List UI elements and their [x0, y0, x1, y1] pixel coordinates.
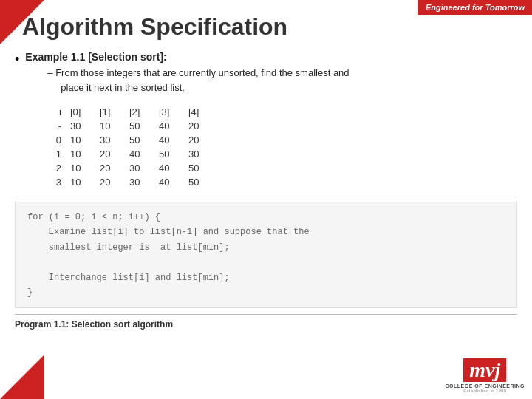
cell: 20 [188, 119, 218, 133]
data-table: i [0] [1] [2] [3] [4] - 30 10 50 40 20 0… [55, 105, 517, 189]
col-header-0: [0] [70, 105, 100, 119]
cell: 50 [188, 161, 218, 175]
cell: 10 [70, 175, 100, 189]
table-row: 0 10 30 50 40 20 [55, 133, 218, 147]
page-title: Algorithm Specification [15, 13, 517, 41]
cell: 10 [100, 119, 129, 133]
logo-tagline: Established in 1999 [463, 389, 506, 393]
bullet-point: • [15, 52, 19, 67]
cell: 40 [159, 175, 188, 189]
cell: 40 [159, 119, 188, 133]
cell: 20 [100, 175, 129, 189]
row-label: 0 [55, 133, 70, 147]
table-header-row: i [0] [1] [2] [3] [4] [55, 105, 218, 119]
logo-college: COLLEGE OF ENGINEERING [446, 383, 525, 389]
logo-area: mvj COLLEGE OF ENGINEERING Established i… [446, 358, 525, 393]
example-label: Example 1.1 [Selection sort]: [25, 51, 349, 63]
cell: 10 [70, 147, 100, 161]
cell: 20 [100, 147, 129, 161]
code-block: for (i = 0; i < n; i++) { Examine list[i… [15, 202, 517, 308]
example-description: – From those integers that are currently… [40, 66, 349, 95]
cell: 30 [70, 119, 100, 133]
cell: 30 [129, 175, 159, 189]
table-row: 2 10 20 30 40 50 [55, 161, 218, 175]
row-label: - [55, 119, 70, 133]
col-header-1: [1] [100, 105, 129, 119]
cell: 50 [129, 119, 159, 133]
divider-bottom [15, 314, 517, 315]
code-line: } [27, 285, 505, 300]
cell: 30 [188, 147, 218, 161]
code-line: Interchange list[i] and list[min]; [27, 270, 505, 285]
table-row: 3 10 20 30 40 50 [55, 175, 218, 189]
cell: 50 [159, 147, 188, 161]
code-line [27, 255, 505, 270]
col-header-2: [2] [129, 105, 159, 119]
cell: 40 [159, 161, 188, 175]
cell: 50 [129, 133, 159, 147]
cell: 40 [129, 147, 159, 161]
row-label: 2 [55, 161, 70, 175]
row-label: 3 [55, 175, 70, 189]
cell: 50 [188, 175, 218, 189]
col-header-i: i [55, 105, 70, 119]
code-line: smallest integer is at list[min]; [27, 240, 505, 255]
caption-prefix: Program 1.1: [15, 319, 69, 330]
code-line: Examine list[i] to list[n-1] and suppose… [27, 225, 505, 239]
code-line: for (i = 0; i < n; i++) { [27, 210, 505, 225]
col-header-4: [4] [188, 105, 218, 119]
cell: 20 [100, 161, 129, 175]
cell: 20 [188, 133, 218, 147]
row-label: 1 [55, 147, 70, 161]
col-header-3: [3] [159, 105, 188, 119]
program-caption: Program 1.1: Selection sort algorithm [15, 319, 517, 330]
cell: 30 [100, 133, 129, 147]
caption-text: Selection sort algorithm [72, 319, 173, 330]
table-row: 1 10 20 40 50 30 [55, 147, 218, 161]
cell: 10 [70, 161, 100, 175]
cell: 30 [129, 161, 159, 175]
cell: 10 [70, 133, 100, 147]
divider-top [15, 197, 517, 197]
cell: 40 [159, 133, 188, 147]
main-content: Algorithm Specification • Example 1.1 [S… [15, 7, 517, 362]
table-row: - 30 10 50 40 20 [55, 119, 218, 133]
